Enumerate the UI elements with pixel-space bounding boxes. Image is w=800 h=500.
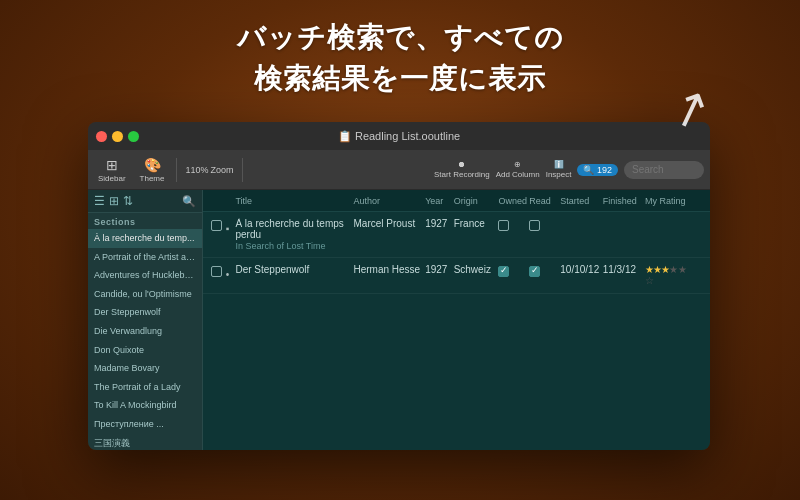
row2-author: Herman Hesse [353,264,425,275]
row1-title-main: À la recherche du temps perdu [235,218,353,240]
maximize-button[interactable] [128,131,139,142]
overlay-line1: バッチ検索で、すべての [0,18,800,59]
th-origin[interactable]: Origin [454,196,499,206]
sidebar-toggle-button[interactable]: ⊞ Sidebar [94,155,130,185]
sidebar-item-6[interactable]: Don Quixote [88,341,202,360]
app-window: 📋 Readling List.ooutline ⊞ Sidebar 🎨 The… [88,122,710,450]
row2-check [211,264,226,277]
row2-select-checkbox[interactable] [211,266,222,277]
row2-origin: Schweiz [454,264,499,275]
inspect-icon: ℹ️ [554,160,564,169]
th-started[interactable]: Started [560,196,602,206]
close-button[interactable] [96,131,107,142]
list-icon: ☰ [94,194,105,208]
sidebar-item-3[interactable]: Candide, ou l'Optimisme [88,285,202,304]
sidebar-item-10[interactable]: Преступление ... [88,415,202,434]
table-row[interactable]: • Der Steppenwolf Herman Hesse 1927 Schw… [203,258,710,294]
table-body: ▪ À la recherche du temps perdu In Searc… [203,212,710,450]
row1-read-checkbox[interactable] [529,220,540,231]
row2-star-outline: ☆ [645,275,702,286]
row2-finished: 11/3/12 [603,264,645,275]
table-row[interactable]: ▪ À la recherche du temps perdu In Searc… [203,212,710,258]
theme-label: Theme [140,174,165,183]
th-rating[interactable]: My Rating [645,196,702,206]
overlay-title: バッチ検索で、すべての 検索結果を一度に表示 [0,18,800,99]
record-icon: ⏺ [458,160,466,169]
count-value: 192 [597,165,612,175]
window-title-text: 📋 Readling List.ooutline [338,130,460,143]
row2-rating: ★★★★★ ☆ [645,264,702,286]
row1-year: 1927 [425,218,454,229]
sidebar-item-8[interactable]: The Portrait of a Lady [88,378,202,397]
zoom-value: 110% [185,165,208,175]
sidebar: ☰ ⊞ ⇅ 🔍 Sections À la recherche du temp.… [88,190,203,450]
sidebar-item-9[interactable]: To Kill A Mockingbird [88,396,202,415]
search-input[interactable] [624,161,704,179]
th-owned[interactable]: Owned [498,196,529,206]
row2-year: 1927 [425,264,454,275]
toolbar: ⊞ Sidebar 🎨 Theme 110% Zoom ⏺ Start Reco… [88,150,710,190]
row2-started: 10/10/12 [560,264,602,275]
row1-owned [498,218,529,231]
sidebar-item-7[interactable]: Madame Bovary [88,359,202,378]
inspect-label: Inspect [546,170,572,179]
add-col-icon: ⊕ [514,160,521,169]
minimize-button[interactable] [112,131,123,142]
row1-read [529,218,560,231]
star1: ★★★ [645,264,669,275]
start-recording-label: Start Recording [434,170,490,179]
count-icon: 🔍 [583,165,597,175]
sidebar-label: Sidebar [98,174,126,183]
sort-icon: ⇅ [123,194,133,208]
sidebar-item-5[interactable]: Die Verwandlung [88,322,202,341]
sidebar-toolbar: ☰ ⊞ ⇅ 🔍 [88,190,202,213]
table-header: Title Author Year Origin Owned Read Star… [203,190,710,212]
count-badge: 🔍 192 [577,164,618,176]
row1-author: Marcel Proust [353,218,425,229]
overlay-line2: 検索結果を一度に表示 [0,59,800,100]
toolbar-right: ⏺ Start Recording ⊕ Add Column ℹ️ Inspec… [434,160,704,179]
main-content: Title Author Year Origin Owned Read Star… [203,190,710,450]
row1-title-sub: In Search of Lost Time [235,241,353,251]
star-empty: ★★ [669,264,687,275]
th-read[interactable]: Read [529,196,560,206]
row2-read [529,264,560,277]
row1-select-checkbox[interactable] [211,220,222,231]
th-finished[interactable]: Finished [603,196,645,206]
inspect-button[interactable]: ℹ️ Inspect [546,160,572,179]
theme-button[interactable]: 🎨 Theme [136,155,169,185]
row2-stars: ★★★★★ [645,264,702,275]
sidebar-item-0[interactable]: À la recherche du temp... [88,229,202,248]
row2-bullet: • [226,264,236,282]
row2-owned [498,264,529,277]
sidebar-item-2[interactable]: Adventures of Huckleber... [88,266,202,285]
sidebar-search-icon[interactable]: 🔍 [182,195,196,208]
theme-icon: 🎨 [144,157,161,173]
th-year[interactable]: Year [425,196,454,206]
grid-icon: ⊞ [109,194,119,208]
toolbar-sep1 [176,158,177,182]
sidebar-item-11[interactable]: 三国演義 [88,434,202,450]
row1-owned-checkbox[interactable] [498,220,509,231]
toolbar-sep2 [242,158,243,182]
sidebar-item-4[interactable]: Der Steppenwolf [88,303,202,322]
row2-read-checkbox[interactable] [529,266,540,277]
start-recording-button[interactable]: ⏺ Start Recording [434,160,490,179]
row2-owned-checkbox[interactable] [498,266,509,277]
add-column-label: Add Column [496,170,540,179]
row1-check [211,218,226,231]
row1-bullet: ▪ [226,218,236,236]
sidebar-items: À la recherche du temp... A Portrait of … [88,229,202,450]
row1-origin: France [454,218,499,229]
th-author[interactable]: Author [353,196,425,206]
sidebar-section-label: Sections [88,213,202,229]
row2-title-main: Der Steppenwolf [235,264,353,275]
sidebar-icon: ⊞ [106,157,118,173]
titlebar: 📋 Readling List.ooutline [88,122,710,150]
app-body: ☰ ⊞ ⇅ 🔍 Sections À la recherche du temp.… [88,190,710,450]
sidebar-item-1[interactable]: A Portrait of the Artist as... [88,248,202,267]
add-column-button[interactable]: ⊕ Add Column [496,160,540,179]
zoom-control: 110% Zoom [185,165,233,175]
th-title[interactable]: Title [235,196,353,206]
row1-title: À la recherche du temps perdu In Search … [235,218,353,251]
